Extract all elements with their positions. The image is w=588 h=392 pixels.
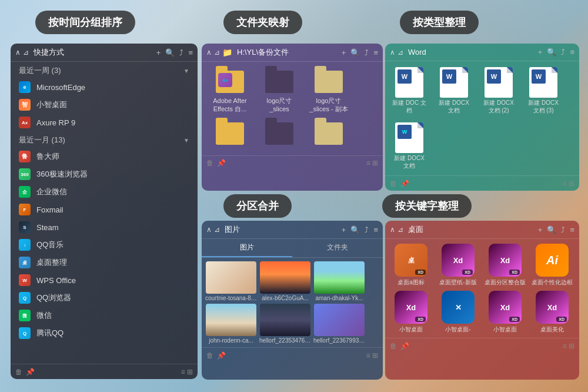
add-word-btn[interactable]: + — [538, 48, 543, 57]
pin-icon[interactable]: ⊿ — [23, 48, 29, 57]
list-item[interactable]: ♪ QQ音乐 — [11, 236, 198, 254]
delete-image-btn[interactable]: 🗑 — [206, 351, 213, 360]
list-item[interactable]: W 新建 DOCX 文档 — [433, 65, 475, 117]
search-image-btn[interactable]: 🔍 — [350, 225, 360, 234]
list-item[interactable]: alex-b6C2oGuA... — [259, 261, 311, 301]
pin-icon-4[interactable]: ⊿ — [214, 225, 220, 234]
grid-view-btn[interactable]: ≡ ⊞ — [181, 368, 193, 376]
add-app-btn[interactable]: + — [538, 225, 543, 234]
view-word-btn[interactable]: ≡ ⊞ — [563, 180, 574, 188]
tab-images[interactable]: 图片 — [202, 239, 292, 257]
list-item[interactable]: 企 企业微信 — [11, 183, 198, 201]
search-folder-btn[interactable]: 🔍 — [350, 48, 360, 57]
export-image-btn[interactable]: ⤴ — [365, 225, 369, 234]
list-item[interactable]: john-rodenn-ca... — [205, 304, 257, 344]
list-item[interactable]: courtnie-tosana-8m... — [205, 261, 257, 301]
qq-browser-label: QQ浏览器 — [36, 293, 71, 303]
list-item[interactable]: W 新建 DOCX 文档 (2) — [478, 65, 519, 117]
pin-app-btn[interactable]: 📌 — [400, 342, 409, 350]
view-image-btn[interactable]: ≡ ⊞ — [366, 351, 378, 360]
word-files-grid: W 新建 DOC 文档 W 新建 DOCX 文档 W 新建 DOCX 文档 (2… — [385, 61, 579, 175]
expand-icon-2[interactable]: ∧ — [206, 48, 212, 57]
menu-image-btn[interactable]: ≡ — [373, 225, 378, 234]
list-item[interactable]: Xd XD 桌面壁纸-新版 — [437, 244, 479, 286]
add-shortcut-btn[interactable]: + — [156, 48, 161, 57]
list-item[interactable] — [256, 118, 303, 151]
search-app-btn[interactable]: 🔍 — [547, 225, 556, 234]
list-item[interactable]: Xd XD 小智桌面 — [390, 291, 432, 333]
list-item[interactable]: Ae Adobe AfterEffects 自... — [206, 67, 253, 116]
list-item[interactable]: 桌 桌面整理 — [11, 254, 198, 271]
images-panel-header: ∧ ⊿ 图片 + 🔍 ⤴ ≡ — [202, 221, 383, 239]
list-item[interactable]: S Steam — [11, 218, 198, 236]
delete-word-btn[interactable]: 🗑 — [390, 180, 397, 188]
list-item[interactable]: aman-dhakal-Yk... — [313, 261, 365, 301]
pin-btn[interactable]: 📌 — [26, 368, 35, 376]
list-item[interactable]: Xd XD 小智桌面 — [484, 291, 526, 333]
fox-icon: F — [19, 204, 31, 215]
logo-slices-label: logo尺寸_slices — [267, 97, 292, 114]
group-month-arrow[interactable]: ▼ — [183, 137, 189, 144]
list-item[interactable]: Xd XD 桌面分区整合版 — [484, 244, 526, 286]
list-item[interactable] — [305, 118, 352, 151]
pin-image-btn[interactable]: 📌 — [217, 351, 226, 360]
delete-folder-btn[interactable]: 🗑 — [206, 159, 213, 167]
fox-label: Foxmail — [36, 205, 64, 214]
list-item[interactable]: 桌 XD 桌面a图标 — [390, 244, 432, 286]
list-item[interactable]: hellorf_2236799393 — [313, 304, 365, 344]
list-item[interactable]: W WPS Office — [11, 271, 198, 289]
menu-shortcut-btn[interactable]: ≡ — [188, 48, 193, 57]
group-week-arrow[interactable]: ▼ — [183, 68, 189, 74]
expand-icon[interactable]: ∧ — [15, 48, 21, 57]
list-item[interactable]: e MicrosoftEdge — [11, 78, 198, 96]
view-app-btn[interactable]: ≡ ⊞ — [563, 342, 574, 350]
menu-folder-btn[interactable]: ≡ — [373, 48, 378, 57]
menu-word-btn[interactable]: ≡ — [570, 48, 574, 57]
export-shortcut-btn[interactable]: ⤴ — [179, 48, 183, 57]
search-shortcut-btn[interactable]: 🔍 — [165, 48, 175, 57]
add-folder-btn[interactable]: + — [342, 48, 346, 57]
pin-icon-5[interactable]: ⊿ — [397, 225, 403, 234]
pin-word-btn[interactable]: 📌 — [400, 180, 409, 188]
list-item[interactable]: W 新建 DOC 文档 — [389, 65, 430, 117]
delete-btn[interactable]: 🗑 — [15, 368, 22, 376]
search-word-btn[interactable]: 🔍 — [547, 48, 556, 57]
list-item[interactable]: Xd XD 桌面美化 — [531, 291, 573, 333]
list-item[interactable]: 微 微信 — [11, 307, 198, 324]
expand-icon-3[interactable]: ∧ — [390, 48, 395, 57]
qq-label: 腾讯QQ — [36, 328, 64, 338]
images-footer: 🗑 📌 ≡ ⊞ — [202, 347, 383, 363]
export-folder-btn[interactable]: ⤴ — [365, 48, 369, 57]
list-item[interactable]: hellorf_2235347686 — [259, 304, 311, 344]
corp-label: 企业微信 — [36, 187, 67, 197]
delete-app-btn[interactable]: 🗑 — [390, 342, 397, 350]
pin-icon-3[interactable]: ⊿ — [397, 48, 403, 57]
xiao-icon: 智 — [19, 99, 31, 111]
add-image-btn[interactable]: + — [342, 225, 346, 234]
list-item[interactable]: 360 360极速浏览器 — [11, 165, 198, 183]
tab-folders[interactable]: 文件夹 — [292, 239, 383, 257]
360-label: 360极速浏览器 — [36, 169, 88, 180]
pin-icon-2[interactable]: ⊿ — [214, 48, 220, 57]
list-item[interactable] — [206, 118, 253, 151]
list-item[interactable]: Ax Axure RP 9 — [11, 114, 198, 131]
list-item[interactable]: 鲁 鲁大师 — [11, 148, 198, 165]
expand-icon-5[interactable]: ∧ — [390, 225, 395, 234]
pin-folder-btn[interactable]: 📌 — [217, 159, 226, 167]
list-item[interactable]: Q 腾讯QQ — [11, 324, 198, 342]
menu-app-btn[interactable]: ≡ — [570, 225, 574, 234]
list-item[interactable]: logo尺寸_slices — [256, 67, 303, 116]
view-toggle-btn[interactable]: ≡ ⊞ — [366, 159, 378, 167]
shortcuts-panel-header: ∧ ⊿ 快捷方式 + 🔍 ⤴ ≡ — [11, 44, 198, 62]
list-item[interactable]: F Foxmail — [11, 201, 198, 218]
list-item[interactable]: W 新建 DOCX 文档 — [389, 120, 430, 172]
export-word-btn[interactable]: ⤴ — [561, 48, 565, 57]
list-item[interactable]: 智 小智桌面 — [11, 96, 198, 114]
list-item[interactable]: W 新建 DOCX 文档 (3) — [523, 65, 564, 117]
list-item[interactable]: Q QQ浏览器 — [11, 289, 198, 307]
export-app-btn[interactable]: ⤴ — [561, 225, 565, 234]
list-item[interactable]: logo尺寸_slices - 副本 — [305, 67, 352, 116]
list-item[interactable]: ✕ 小智桌面- — [437, 291, 479, 333]
list-item[interactable]: Ai 桌面个性化边框 — [531, 244, 573, 286]
expand-icon-4[interactable]: ∧ — [206, 225, 212, 234]
